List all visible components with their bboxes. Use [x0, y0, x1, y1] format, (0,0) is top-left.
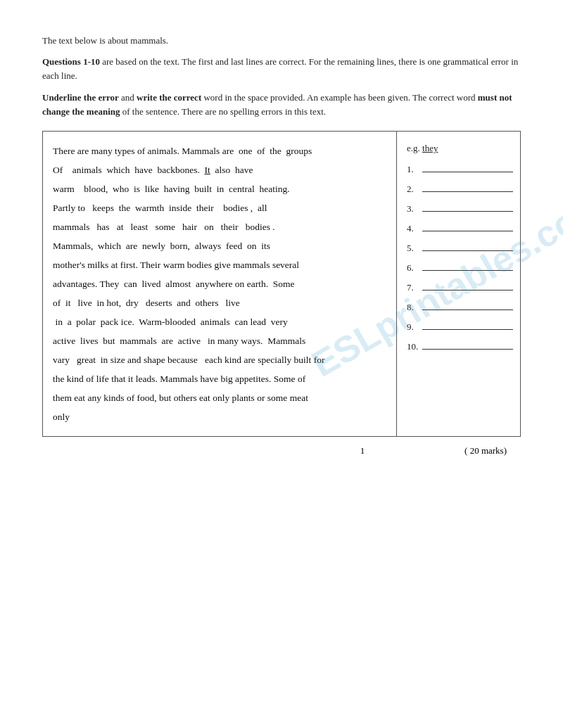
answer-num-10: 10. — [407, 341, 422, 352]
answer-line-3: 3. — [407, 202, 513, 215]
answer-num-2: 2. — [407, 184, 422, 195]
footer-page-number: 1 — [260, 445, 464, 456]
answer-line-2: 2. — [407, 182, 513, 195]
instr-bold2: write the correct — [137, 92, 201, 103]
footer-marks: ( 20 marks) — [464, 445, 507, 456]
answer-blank-4[interactable] — [422, 222, 513, 231]
answer-num-4: 4. — [407, 223, 422, 234]
questions-bold: Questions 1-10 — [42, 56, 100, 67]
answer-blank-10[interactable] — [422, 340, 513, 350]
answer-blank-2[interactable] — [422, 182, 513, 192]
instr-and: and — [119, 92, 137, 103]
answer-blank-7[interactable] — [422, 281, 513, 290]
answer-line-9: 9. — [407, 320, 513, 333]
answer-num-7: 7. — [407, 282, 422, 293]
answer-blank-9[interactable] — [422, 320, 513, 330]
text-column: There are many types of animals. Mammals… — [43, 132, 397, 436]
answer-line-4: 4. — [407, 222, 513, 234]
answer-num-1: 1. — [407, 164, 422, 175]
answer-num-5: 5. — [407, 243, 422, 254]
answer-blank-3[interactable] — [422, 202, 513, 212]
questions-rest: are based on the text. The first and las… — [42, 56, 518, 81]
instr-rest1: word in the space provided. An example h… — [201, 92, 478, 103]
answers-column: e.g. they 1. 2. 3. 4. 5. — [397, 132, 520, 436]
answer-num-9: 9. — [407, 321, 422, 333]
footer: 1 ( 20 marks) — [42, 445, 521, 456]
answer-line-8: 8. — [407, 300, 513, 313]
questions-info: Questions 1-10 are based on the text. Th… — [42, 55, 521, 82]
answer-num-6: 6. — [407, 262, 422, 274]
answer-blank-8[interactable] — [422, 300, 513, 310]
answer-line-10: 10. — [407, 340, 513, 352]
answer-blank-5[interactable] — [422, 241, 513, 251]
intro-text: The text below is about mammals. — [42, 35, 521, 46]
answer-line-6: 6. — [407, 261, 513, 274]
passage-text: There are many types of animals. Mammals… — [53, 141, 388, 426]
answer-blank-6[interactable] — [422, 261, 513, 271]
answer-num-8: 8. — [407, 302, 422, 313]
answer-line-1: 1. — [407, 162, 513, 175]
example-word: they — [422, 143, 438, 153]
answer-blank-1[interactable] — [422, 162, 513, 172]
instr-bold-italic: Underline the error — [42, 92, 119, 103]
example-line: e.g. they — [407, 139, 513, 154]
instructions: Underline the error and write the correc… — [42, 91, 521, 118]
answer-num-3: 3. — [407, 203, 422, 215]
example-label: e.g. — [407, 143, 420, 153]
instr-rest2: of the sentence. There are no spelling e… — [120, 106, 327, 117]
main-box: There are many types of animals. Mammals… — [42, 131, 521, 437]
page: The text below is about mammals. Questio… — [0, 0, 563, 728]
answer-line-7: 7. — [407, 281, 513, 293]
answer-line-5: 5. — [407, 241, 513, 254]
